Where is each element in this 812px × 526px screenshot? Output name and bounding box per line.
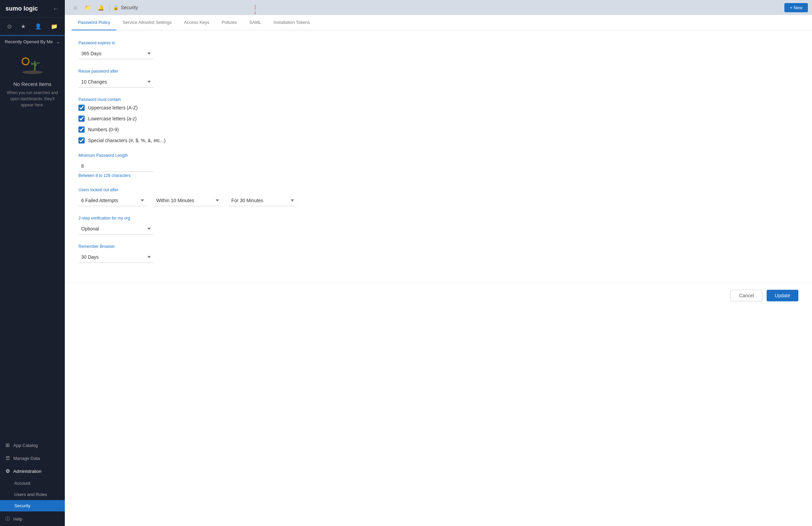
desert-illustration — [19, 55, 46, 76]
administration-icon: ⚙ — [5, 468, 10, 474]
remember-browser-select[interactable]: Never7 Days14 Days30 Days60 Days90 Days — [78, 252, 154, 263]
tab-installation-tokens[interactable]: Installation Tokens — [267, 15, 316, 30]
reuse-password-group: Reuse password after Never5 Changes10 Ch… — [78, 69, 358, 88]
reuse-password-label: Reuse password after — [78, 69, 358, 74]
update-button[interactable]: Update — [767, 290, 798, 301]
min-length-hint: Between 8 to 128 characters — [78, 173, 358, 178]
main-content: ⌂ 📁 🔔 🔒 Security + New Password Policy S… — [65, 0, 812, 526]
svg-point-6 — [22, 71, 43, 74]
remember-browser-label: Remember Browser — [78, 244, 358, 249]
sidebar-item-label: Administration — [13, 469, 41, 474]
chevron-down-icon: ⌄ — [56, 39, 60, 44]
svg-rect-4 — [35, 63, 37, 66]
folder-icon[interactable]: 📁 — [49, 22, 59, 31]
password-must-contain-group: Password must contain Uppercase letters … — [78, 97, 358, 144]
topbar: ⌂ 📁 🔔 🔒 Security + New — [65, 0, 812, 15]
svg-rect-3 — [31, 62, 32, 65]
password-expires-select[interactable]: Never30 Days60 Days90 Days180 Days365 Da… — [78, 48, 154, 59]
empty-title: No Recent Items — [13, 81, 52, 87]
numbers-checkbox[interactable] — [78, 126, 85, 133]
tab-service-allowlist[interactable]: Service Allowlist Settings — [116, 15, 178, 30]
sidebar-sub-item-users-roles[interactable]: Users and Roles — [0, 489, 65, 500]
security-label: Security — [14, 503, 30, 508]
star-icon[interactable]: ★ — [19, 22, 27, 31]
checkbox-lowercase[interactable]: Lowercase letters (a-z) — [78, 116, 358, 122]
sidebar: sumo logic ← ⊙ ★ 👤 📁 Recently Opened By … — [0, 0, 65, 526]
lockout-row: 3 Failed Attempts4 Failed Attempts5 Fail… — [78, 195, 358, 206]
users-roles-label: Users and Roles — [14, 492, 47, 497]
logo: sumo logic ← — [0, 0, 65, 18]
app-catalog-icon: ⊞ — [5, 442, 10, 448]
special-label: Special characters (#, $, %, &, etc...) — [88, 138, 165, 143]
sidebar-quick-icons: ⊙ ★ 👤 📁 — [0, 18, 65, 36]
person-icon[interactable]: 👤 — [33, 22, 43, 31]
recently-opened-header[interactable]: Recently Opened By Me ⌄ — [0, 36, 65, 48]
svg-point-0 — [22, 58, 29, 65]
saml-arrow-indicator: ↓ — [254, 9, 257, 15]
sidebar-item-label: App Catalog — [13, 443, 38, 448]
sidebar-item-administration[interactable]: ⚙ Administration — [0, 465, 65, 478]
tab-policies[interactable]: Policies — [216, 15, 243, 30]
lockout-label: Users locked out after — [78, 187, 358, 192]
breadcrumb-icon: 🔒 — [113, 5, 119, 10]
breadcrumb-text: Security — [121, 5, 138, 10]
tabs-container: Password Policy Service Allowlist Settin… — [65, 15, 812, 30]
lockout-duration-select[interactable]: For 15 MinutesFor 30 MinutesFor 1 HourFo… — [229, 195, 297, 206]
checkbox-special[interactable]: Special characters (#, $, %, &, etc...) — [78, 137, 358, 144]
sidebar-item-label: Manage Data — [13, 456, 40, 461]
saml-line-indicator — [255, 5, 256, 10]
tab-saml[interactable]: SAML ↓ — [243, 15, 267, 30]
password-expires-label: Password expires in — [78, 41, 358, 45]
help-icon: ⓘ — [5, 516, 10, 522]
new-button[interactable]: + New — [784, 3, 808, 12]
form-actions: Cancel Update — [65, 283, 812, 308]
remember-browser-group: Remember Browser Never7 Days14 Days30 Da… — [78, 244, 358, 263]
sidebar-item-manage-data[interactable]: ☰ Manage Data — [0, 452, 65, 465]
tab-password-policy[interactable]: Password Policy — [72, 15, 116, 30]
help-label: Help — [13, 516, 23, 522]
sidebar-sub-item-security[interactable]: Security — [0, 500, 65, 511]
folder-button[interactable]: 📁 — [82, 1, 94, 14]
new-button-label: + New — [790, 5, 802, 10]
lockout-window-select[interactable]: Within 5 MinutesWithin 10 MinutesWithin … — [154, 195, 222, 206]
home-button[interactable]: ⌂ — [69, 1, 81, 14]
cancel-button[interactable]: Cancel — [730, 290, 763, 301]
tab-access-keys[interactable]: Access Keys — [178, 15, 215, 30]
account-label: Account — [14, 481, 30, 486]
password-expires-group: Password expires in Never30 Days60 Days9… — [78, 41, 358, 59]
min-length-label: Minimum Password Length — [78, 153, 358, 158]
checkbox-numbers[interactable]: Numbers (0-9) — [78, 126, 358, 133]
form-area: Password expires in Never30 Days60 Days9… — [65, 30, 812, 526]
logo-text: sumo logic — [5, 5, 38, 12]
sidebar-help[interactable]: ⓘ Help — [0, 511, 65, 526]
empty-desc: When you run searches and open dashboard… — [5, 90, 59, 108]
numbers-label: Numbers (0-9) — [88, 127, 119, 132]
svg-rect-5 — [37, 62, 40, 63]
sidebar-sub-item-account[interactable]: Account — [0, 478, 65, 489]
recently-opened-label: Recently Opened By Me — [5, 39, 53, 44]
reuse-password-select[interactable]: Never5 Changes10 Changes15 Changes20 Cha… — [78, 76, 154, 88]
two-step-group: 2-step verification for my org OptionalR… — [78, 216, 358, 235]
checkbox-uppercase[interactable]: Uppercase letters (A-Z) — [78, 105, 358, 111]
min-length-input[interactable] — [78, 161, 154, 172]
two-step-label: 2-step verification for my org — [78, 216, 358, 221]
svg-rect-1 — [34, 61, 35, 71]
sidebar-item-app-catalog[interactable]: ⊞ App Catalog — [0, 439, 65, 452]
uppercase-checkbox[interactable] — [78, 105, 85, 111]
min-length-group: Minimum Password Length Between 8 to 128… — [78, 153, 358, 178]
uppercase-label: Uppercase letters (A-Z) — [88, 105, 137, 110]
checkbox-group: Uppercase letters (A-Z) Lowercase letter… — [78, 105, 358, 144]
empty-state: No Recent Items When you run searches an… — [0, 48, 65, 115]
manage-data-icon: ☰ — [5, 455, 10, 461]
password-policy-form: Password expires in Never30 Days60 Days9… — [65, 30, 372, 283]
lockout-attempts-select[interactable]: 3 Failed Attempts4 Failed Attempts5 Fail… — [78, 195, 147, 206]
home-icon[interactable]: ⊙ — [6, 22, 13, 31]
special-checkbox[interactable] — [78, 137, 85, 144]
svg-rect-2 — [32, 63, 35, 64]
bell-button[interactable]: 🔔 — [95, 1, 107, 14]
two-step-select[interactable]: OptionalRequiredDisabled — [78, 223, 154, 235]
tabs: Password Policy Service Allowlist Settin… — [65, 15, 812, 30]
lowercase-checkbox[interactable] — [78, 116, 85, 122]
back-button[interactable]: ← — [53, 5, 59, 13]
lockout-group: Users locked out after 3 Failed Attempts… — [78, 187, 358, 206]
